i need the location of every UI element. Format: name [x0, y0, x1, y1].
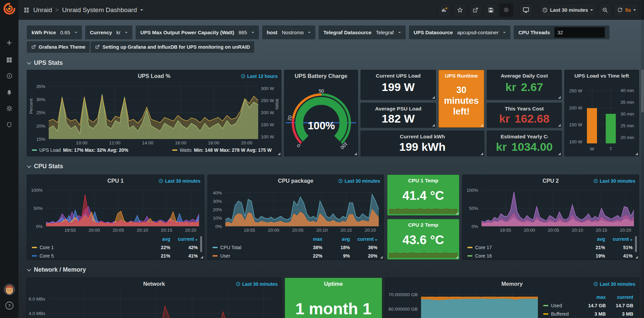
dashboard-picker-caret-icon[interactable]	[140, 9, 143, 11]
panel-resize-handle[interactable]	[432, 124, 435, 127]
legend-item[interactable]: CPU Total38%18%36%	[213, 243, 377, 252]
panel-average-psu-load: Average PSU Load 182 W	[361, 103, 436, 128]
zoom-out-time-button[interactable]	[598, 3, 612, 17]
dashboards-icon[interactable]	[0, 52, 18, 67]
series-color-marker	[213, 255, 218, 257]
panel-resize-handle[interactable]	[432, 96, 435, 99]
legend-header[interactable]: avgcurrent	[32, 235, 198, 243]
explore-icon[interactable]	[0, 69, 18, 83]
stat-value: 43.6 °C	[387, 233, 459, 247]
panel-title[interactable]: Current Load kWh	[374, 134, 470, 140]
panel-title[interactable]: Memory	[399, 281, 625, 287]
link-ups-monitoring-guide[interactable]: Setting up Grafana and InfluxDB for UPS …	[91, 41, 254, 53]
add-panel-button[interactable]	[438, 3, 451, 17]
panel-title[interactable]: UPS Battery Charge	[288, 73, 354, 79]
time-range-picker[interactable]: Last 30 minutes	[539, 3, 596, 17]
breadcrumb-separator: >	[55, 7, 59, 13]
variable-currency[interactable]: Currencykr	[85, 26, 132, 39]
axis-tick: 60.000000 GB	[388, 307, 418, 312]
help-icon[interactable]: ?	[0, 298, 18, 313]
alerting-icon[interactable]	[0, 85, 18, 100]
legend-item[interactable]: Used14.7 GB14.7 GB	[543, 301, 633, 310]
variable-telegraf-datasource[interactable]: Telegraf DatasourceTelegraf	[319, 26, 405, 39]
save-dashboard-button[interactable]	[484, 3, 498, 17]
configuration-icon[interactable]	[0, 101, 18, 116]
breadcrumb-folder[interactable]: Unraid	[33, 6, 52, 14]
panel-resize-handle[interactable]	[635, 256, 638, 259]
axis-tick: 19:55	[244, 228, 255, 233]
legend-item[interactable]: Core 1721%51%	[467, 243, 633, 252]
star-dashboard-button[interactable]	[453, 3, 467, 17]
breadcrumb-dashboard-title[interactable]: Unraid System Dashboard	[62, 6, 137, 14]
refresh-picker[interactable]: 5s	[614, 3, 639, 17]
grafana-logo-icon[interactable]	[3, 2, 16, 15]
panel-title[interactable]: Current UPS Load	[374, 73, 422, 79]
legend-header[interactable]: maxavgcurrent	[213, 235, 377, 243]
panel-resize-handle[interactable]	[558, 152, 561, 155]
panel-title[interactable]: UPS Load vs Time left	[568, 73, 635, 79]
panel-title[interactable]: Network	[41, 281, 268, 287]
time-override-badge: Last 30 minutes	[338, 178, 380, 184]
dashboard-settings-button[interactable]	[500, 3, 513, 17]
legend-item[interactable]: User22%9%20%	[213, 252, 377, 260]
section-cpu-stats[interactable]: CPU Stats	[28, 163, 63, 170]
page-scrollbar[interactable]	[641, 0, 644, 318]
section-ups-stats[interactable]: UPS Stats	[28, 59, 63, 66]
panel-title[interactable]: CPU 2 Temp	[401, 222, 446, 228]
cpu-threads-input[interactable]	[554, 27, 605, 38]
legend-item[interactable]: Core 1619%41%	[467, 252, 633, 260]
user-avatar[interactable]	[0, 282, 18, 297]
variable-host[interactable]: hostNostromo	[262, 26, 316, 39]
legend-scrollbar[interactable]	[200, 236, 202, 252]
legend-item[interactable]: Core 521%41%	[32, 252, 198, 260]
panel-title[interactable]: This Years Cost	[501, 106, 548, 112]
chevron-down-icon	[27, 164, 31, 168]
variable-ups-datasource[interactable]: UPS Datasourceapcupsd-container	[409, 26, 510, 39]
refresh-interval-label[interactable]: 5s	[625, 7, 631, 13]
variable-kwh-price[interactable]: kWh Price0.65	[27, 26, 82, 39]
panel-title[interactable]: Average Daily Cost	[501, 73, 548, 79]
panel-resize-handle[interactable]	[380, 256, 383, 259]
refresh-icon[interactable]	[617, 7, 623, 13]
cycle-view-mode-button[interactable]	[519, 3, 533, 17]
panel-resize-handle[interactable]	[480, 124, 483, 127]
server-admin-shield-icon[interactable]	[0, 117, 18, 132]
share-dashboard-button[interactable]	[469, 3, 482, 17]
axis-tick: 20:00	[89, 228, 100, 233]
scrollbar-thumb[interactable]	[641, 70, 644, 112]
dropdown-caret-icon	[398, 32, 401, 33]
panel-resize-handle[interactable]	[558, 96, 561, 99]
axis-tick: 4.0 MBs	[29, 311, 45, 316]
panel-resize-handle[interactable]	[456, 212, 458, 215]
external-link-icon	[31, 45, 36, 49]
panel-title[interactable]: Estimated Yearly Cost	[501, 134, 548, 140]
legend-header[interactable]: maxcurrent	[543, 293, 633, 301]
link-grafana-plex-theme[interactable]: Grafana Plex Theme	[27, 41, 90, 53]
panel-resize-handle[interactable]	[480, 152, 483, 155]
axis-tick: 50%	[34, 206, 43, 211]
time-override-badge: Last 30 minutes	[236, 281, 278, 287]
panel-resize-handle[interactable]	[456, 256, 458, 259]
stat-value: 1 month 1	[285, 300, 382, 318]
time-range-label: Last 30 minutes	[550, 7, 588, 13]
panel-title[interactable]: Uptime	[298, 281, 368, 287]
create-icon[interactable]	[0, 35, 18, 50]
legend-item[interactable]: Buffered3 MB3 MB	[543, 310, 633, 318]
panel-resize-handle[interactable]	[558, 124, 561, 127]
panel-resize-handle[interactable]	[200, 256, 203, 259]
svg-text:20: 20	[288, 115, 293, 121]
legend-item[interactable]: UPS LoadMin: 17% Max: 32% Avg: 20%	[32, 147, 128, 153]
panel-resize-handle[interactable]	[635, 152, 638, 155]
variable-ups-max-output[interactable]: UPS Max Output Power Capacity (Watt)865	[136, 26, 259, 39]
legend-item[interactable]: WattsMin: 148 W Max: 278 W Avg: 175 W	[172, 147, 272, 153]
legend-scrollbar[interactable]	[635, 236, 637, 252]
legend-item[interactable]: Core 122%42%	[32, 243, 198, 252]
panel-resize-handle[interactable]	[354, 152, 357, 155]
panel-title[interactable]: UPS Load %	[41, 73, 268, 79]
legend-header[interactable]: avgcurrent	[467, 235, 633, 243]
panel-title[interactable]: UPS Runtime	[442, 73, 481, 79]
panel-title[interactable]: CPU 1 Temp	[401, 178, 446, 184]
section-network-memory[interactable]: Network / Memory	[28, 266, 86, 273]
panel-title[interactable]: Average PSU Load	[374, 106, 422, 112]
panel-resize-handle[interactable]	[278, 152, 280, 155]
